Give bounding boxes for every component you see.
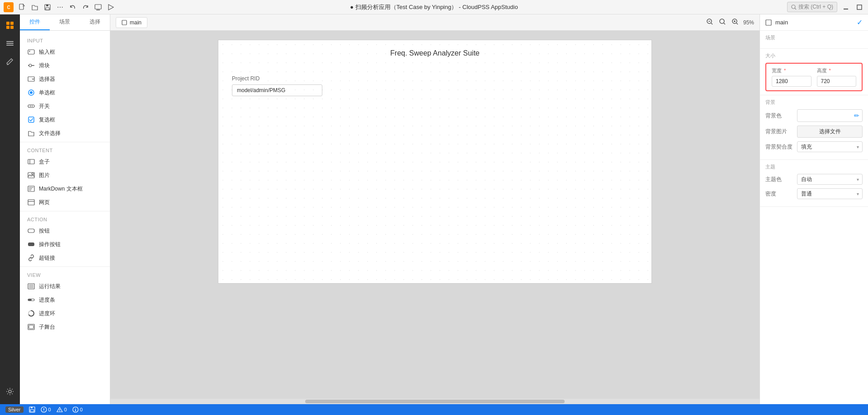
- height-required: *: [829, 68, 831, 73]
- scene-label: 场景: [765, 34, 863, 41]
- density-label: 密度: [765, 190, 797, 198]
- section-content: CONTENT: [20, 144, 110, 155]
- svg-rect-19: [6, 45, 14, 46]
- window-minimize[interactable]: [841, 2, 851, 12]
- component-progress-ring[interactable]: 进度环: [20, 307, 110, 320]
- svg-point-9: [792, 5, 795, 9]
- svg-line-23: [29, 51, 30, 52]
- width-label: 宽度 *: [772, 67, 811, 74]
- svg-rect-55: [122, 20, 127, 25]
- height-input[interactable]: [817, 76, 857, 87]
- zoom-out-btn[interactable]: [705, 17, 714, 28]
- webpage-icon: [27, 198, 35, 206]
- component-slider[interactable]: 滑块: [20, 59, 110, 72]
- svg-marker-8: [108, 5, 113, 10]
- divider-action: [20, 211, 110, 211]
- file-select-icon: [27, 129, 35, 137]
- window-maximize[interactable]: [854, 2, 864, 12]
- box-icon: [27, 158, 35, 166]
- component-button[interactable]: 按钮: [20, 224, 110, 238]
- scrollbar-thumb[interactable]: [305, 400, 565, 403]
- canvas-frame-content: Project RID: [218, 66, 651, 105]
- svg-rect-43: [28, 229, 34, 233]
- theme-color-select[interactable]: 自动: [797, 174, 863, 185]
- svg-rect-32: [28, 117, 34, 122]
- tab-controls[interactable]: 控件: [20, 14, 50, 30]
- horizontal-scrollbar[interactable]: [110, 399, 760, 404]
- component-webpage[interactable]: 网页: [20, 196, 110, 209]
- publish-btn[interactable]: [106, 2, 116, 12]
- svg-rect-54: [29, 325, 33, 329]
- tab-select[interactable]: 选择: [80, 14, 110, 30]
- more-btn[interactable]: ⋯: [55, 2, 65, 12]
- width-required: *: [784, 68, 786, 73]
- project-rid-input[interactable]: [232, 84, 322, 96]
- save-btn[interactable]: [42, 2, 52, 12]
- open-file-btn[interactable]: [30, 2, 40, 12]
- size-row: 宽度 * 高度 *: [772, 67, 856, 87]
- width-input[interactable]: [772, 76, 811, 87]
- svg-point-73: [59, 411, 60, 411]
- search-bar[interactable]: 搜索 (Ctrl + Q): [787, 2, 837, 12]
- bg-fit-row: 背景契合度 填充: [765, 141, 863, 152]
- tab-scenes[interactable]: 场景: [50, 14, 80, 30]
- density-select[interactable]: 普通: [797, 188, 863, 199]
- sidebar-icon-edit[interactable]: [2, 53, 18, 70]
- section-view: VIEW: [20, 269, 110, 280]
- svg-point-59: [720, 19, 724, 23]
- component-checkbox[interactable]: 复选框: [20, 113, 110, 126]
- component-run-result[interactable]: 运行结果: [20, 280, 110, 293]
- confirm-icon[interactable]: ✓: [857, 18, 863, 27]
- svg-line-10: [795, 8, 796, 9]
- canvas-frame: Freq. Sweep Analyzer Suite Project RID: [218, 40, 652, 284]
- canvas-main-tab[interactable]: main: [116, 17, 147, 28]
- redo-btn[interactable]: [80, 2, 90, 12]
- component-image[interactable]: 图片: [20, 168, 110, 182]
- component-selector[interactable]: 选择器: [20, 72, 110, 86]
- component-hyperlink[interactable]: 超链接: [20, 251, 110, 265]
- component-radio[interactable]: 单选框: [20, 86, 110, 99]
- component-substage[interactable]: 子舞台: [20, 320, 110, 334]
- component-input-box[interactable]: 输入框: [20, 45, 110, 59]
- sidebar-icon-layers[interactable]: [2, 35, 18, 51]
- component-file-select[interactable]: 文件选择: [20, 126, 110, 140]
- svg-rect-65: [766, 20, 771, 25]
- svg-rect-33: [28, 159, 34, 164]
- size-section-title: 大小: [765, 52, 863, 59]
- app-logo: C: [4, 2, 14, 12]
- svg-rect-17: [6, 41, 14, 42]
- svg-rect-11: [844, 9, 848, 9]
- undo-btn[interactable]: [68, 2, 78, 12]
- svg-point-76: [75, 408, 76, 409]
- svg-point-25: [29, 64, 32, 67]
- bg-color-picker[interactable]: ✏: [797, 109, 863, 122]
- component-progress-bar[interactable]: 进度条: [20, 293, 110, 307]
- panel-header-icon: [765, 19, 772, 26]
- preview-btn[interactable]: [93, 2, 103, 12]
- markdown-icon: [27, 185, 35, 193]
- component-switch[interactable]: 开关: [20, 99, 110, 113]
- component-markdown[interactable]: MarkDown 文本框: [20, 182, 110, 196]
- zoom-in-btn[interactable]: [731, 17, 740, 28]
- status-warnings: 0: [57, 406, 67, 413]
- bg-file-btn[interactable]: 选择文件: [797, 126, 863, 138]
- bg-fit-select-wrapper: 填充: [797, 141, 863, 152]
- sidebar-icon-apps[interactable]: [2, 17, 18, 33]
- sidebar-icon-settings[interactable]: [2, 383, 18, 400]
- canvas-content[interactable]: Freq. Sweep Analyzer Suite Project RID: [110, 31, 760, 399]
- scene-section: 场景: [760, 31, 868, 49]
- svg-rect-18: [6, 43, 14, 44]
- zoom-reset-btn[interactable]: [718, 17, 727, 28]
- new-file-btn[interactable]: [17, 2, 27, 12]
- component-action-button[interactable]: 操作按钮: [20, 238, 110, 251]
- theme-section: 主题 主题色 自动 密度 普通: [760, 160, 868, 207]
- svg-rect-67: [31, 407, 33, 408]
- component-box[interactable]: 盒子: [20, 155, 110, 168]
- svg-line-58: [711, 23, 712, 24]
- titlebar: C ⋯ ● 扫频分析应用（Test Case by Yinping） - Clo…: [0, 0, 868, 14]
- svg-rect-14: [10, 22, 14, 25]
- slider-icon: [27, 61, 35, 70]
- status-tier: Silver: [5, 406, 24, 413]
- search-placeholder: 搜索 (Ctrl + Q): [798, 3, 833, 11]
- bg-fit-select[interactable]: 填充: [797, 141, 863, 152]
